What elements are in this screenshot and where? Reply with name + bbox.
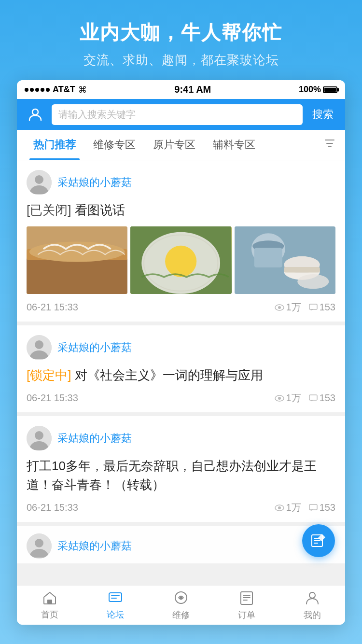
bottom-tab-mine[interactable]: 我的: [293, 590, 332, 621]
svg-point-39: [309, 592, 315, 598]
svg-point-18: [297, 274, 329, 289]
feed-image-egg: [130, 226, 231, 294]
feed-stats-1: 1万 153: [275, 301, 336, 314]
feed-title-3: 打工10多年，最后无奈辞职，自己想办法创业才是王道！奋斗青春！（转载）: [27, 457, 335, 494]
feed-date-3: 06-21 15:33: [27, 502, 78, 513]
search-placeholder: 请输入搜索关键字: [58, 108, 136, 121]
home-icon: [42, 591, 57, 607]
author-name-1: 采姑娘的小蘑菇: [57, 175, 132, 190]
svg-rect-17: [284, 267, 320, 273]
feed-item-1[interactable]: 采姑娘的小蘑菇 [已关闭] 看图说话: [17, 160, 345, 322]
svg-point-33: [35, 539, 43, 547]
bottom-tab-forum[interactable]: 论坛: [96, 591, 135, 620]
signal-dots: [25, 88, 50, 92]
comments-count-1: 153: [320, 302, 335, 313]
feed-item-2[interactable]: 采姑娘的小蘑菇 [锁定中] 对《社会主义》一词的理解与应用 06-21 15:3…: [17, 325, 345, 412]
search-input-wrap[interactable]: 请输入搜索关键字: [52, 104, 303, 125]
status-right: 100%: [299, 84, 337, 95]
signal-dot-4: [41, 88, 44, 92]
feed-title-1: [已关闭] 看图说话: [27, 201, 335, 220]
tab-repair[interactable]: 维修专区: [84, 130, 144, 160]
search-button[interactable]: 搜索: [308, 105, 337, 124]
stat-views-3: 1万: [275, 501, 301, 514]
stat-views-1: 1万: [275, 301, 301, 314]
signal-dot-3: [35, 88, 39, 92]
tab-hot[interactable]: 热门推荐: [25, 130, 84, 160]
signal-dot-2: [30, 88, 34, 92]
feed-title-text-3: 打工10多年，最后无奈辞职，自己想办法创业才是王道！奋斗青春！（转载）: [27, 459, 317, 492]
tab-nav: 热门推荐 维修专区 原片专区 辅料专区: [17, 130, 345, 160]
feed-meta-2: 06-21 15:33 1万 153: [27, 392, 335, 405]
tab-home-label: 首页: [41, 609, 58, 620]
bottom-tab-order[interactable]: 订单: [227, 590, 266, 621]
stat-comments-3: 153: [309, 502, 335, 513]
tab-order-label: 订单: [238, 609, 255, 621]
feed-stats-2: 1万 153: [275, 392, 336, 405]
status-time: 9:41 AM: [174, 84, 211, 95]
search-bar: 请输入搜索关键字 搜索: [17, 99, 345, 130]
tab-repair-label: 维修: [172, 609, 190, 621]
views-count-1: 1万: [286, 301, 301, 314]
author-name-2: 采姑娘的小蘑菇: [57, 340, 132, 355]
feed-list: 采姑娘的小蘑菇 [已关闭] 看图说话: [17, 160, 345, 585]
mine-icon: [306, 590, 319, 607]
wifi-icon: ⌘: [78, 84, 87, 95]
feed-title-2: [锁定中] 对《社会主义》一词的理解与应用: [27, 366, 335, 385]
user-icon-button[interactable]: [25, 104, 46, 125]
tab-original[interactable]: 原片专区: [144, 130, 204, 160]
svg-point-20: [278, 306, 281, 309]
bottom-tabbar: 首页 论坛 维修: [17, 585, 345, 625]
battery-fill: [324, 88, 336, 92]
feed-tag-1: [已关闭]: [27, 203, 71, 217]
status-bar: AT&T ⌘ 9:41 AM 100%: [17, 80, 345, 99]
svg-point-9: [165, 246, 196, 277]
avatar-3: [27, 426, 52, 451]
stat-comments-1: 153: [309, 302, 335, 313]
phone-frame: AT&T ⌘ 9:41 AM 100% 请输入搜索关键字 搜索 热门推荐 维修专…: [17, 80, 345, 625]
views-count-3: 1万: [286, 501, 301, 514]
forum-icon: [108, 591, 123, 607]
filter-icon[interactable]: [322, 133, 337, 157]
svg-rect-38: [241, 592, 252, 604]
feed-image-macarons: [235, 226, 335, 294]
feed-author-1: 采姑娘的小蘑菇: [27, 170, 335, 195]
feed-date-1: 06-21 15:33: [27, 302, 78, 313]
feed-item-3[interactable]: 采姑娘的小蘑菇 打工10多年，最后无奈辞职，自己想办法创业才是王道！奋斗青春！（…: [17, 416, 345, 522]
svg-rect-34: [47, 600, 52, 603]
feed-stats-3: 1万 153: [275, 501, 336, 514]
comments-count-2: 153: [320, 392, 335, 404]
order-icon: [240, 590, 253, 607]
battery-bar: [323, 86, 337, 93]
svg-point-23: [35, 340, 43, 349]
feed-images-1: [27, 226, 335, 294]
tab-material[interactable]: 辅料专区: [204, 130, 264, 160]
feed-image-cake: [27, 226, 127, 294]
avatar-partial: [27, 533, 52, 559]
feed-author-2: 采姑娘的小蘑菇: [27, 335, 335, 360]
feed-date-2: 06-21 15:33: [27, 392, 78, 404]
svg-rect-31: [309, 504, 317, 510]
svg-rect-21: [309, 304, 317, 309]
avatar-1: [27, 170, 52, 195]
svg-rect-26: [309, 395, 317, 400]
bottom-tab-repair[interactable]: 维修: [162, 590, 200, 621]
svg-point-30: [278, 506, 281, 509]
promo-subtitle: 交流、求助、趣闻，都在聚玻论坛: [10, 52, 352, 69]
bottom-tab-home[interactable]: 首页: [30, 591, 69, 620]
promo-title: 业内大咖，牛人帮你忙: [10, 19, 352, 46]
feed-title-text-2: 对《社会主义》一词的理解与应用: [75, 368, 263, 382]
signal-dot-5: [46, 88, 50, 92]
repair-icon: [174, 590, 188, 607]
svg-rect-35: [109, 593, 122, 602]
svg-point-37: [180, 596, 182, 599]
status-left: AT&T ⌘: [25, 84, 87, 95]
battery-percent: 100%: [299, 84, 321, 95]
tab-mine-label: 我的: [304, 609, 321, 621]
fab-button[interactable]: [302, 524, 335, 557]
feed-meta-1: 06-21 15:33 1万 153: [27, 301, 335, 314]
tab-forum-label: 论坛: [107, 609, 124, 620]
author-name-3: 采姑娘的小蘑菇: [57, 431, 132, 446]
stat-comments-2: 153: [309, 392, 335, 404]
avatar-2: [27, 335, 52, 360]
svg-point-28: [35, 431, 43, 440]
